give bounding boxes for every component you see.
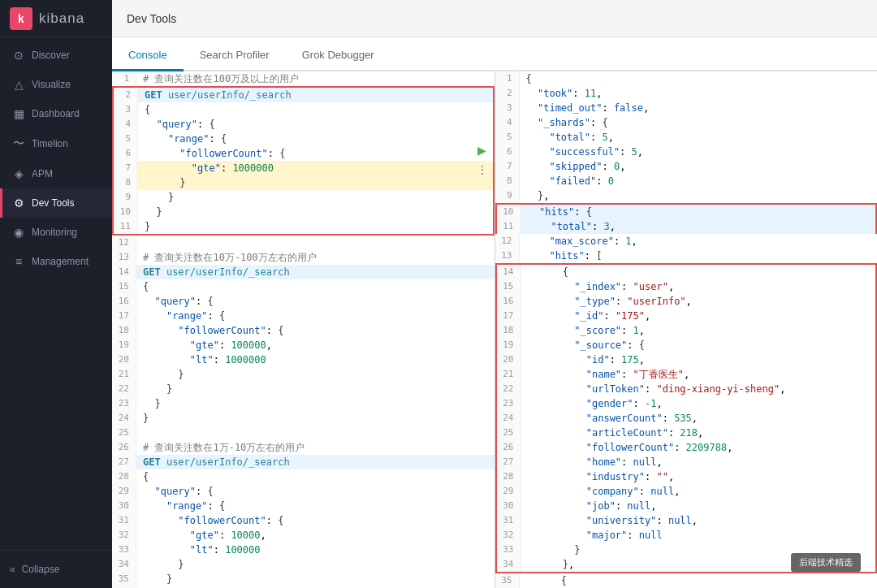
discover-icon: ⊙ <box>12 49 25 62</box>
sidebar-item-label: APM <box>32 168 53 179</box>
apm-icon: ◈ <box>12 167 25 180</box>
sidebar-item-devtools[interactable]: ⚙ Dev Tools <box>0 188 112 218</box>
sidebar-item-visualize[interactable]: △ Visualize <box>0 70 112 99</box>
devtools-icon: ⚙ <box>12 197 25 210</box>
code-line: 28 { <box>112 469 495 484</box>
code-line: 25 <box>112 426 495 440</box>
result-line: 26 "followerCount": 2209788, <box>495 440 878 455</box>
monitoring-icon: ◉ <box>12 226 25 239</box>
result-line: 27 "home": null, <box>495 455 878 469</box>
code-line: 17 "range": { <box>112 309 495 323</box>
result-line: 24 "answerCount": 535, <box>495 411 878 426</box>
result-line: 33 } <box>495 543 878 557</box>
dashboard-icon: ▦ <box>12 107 25 120</box>
sidebar-item-label: Discover <box>32 50 70 61</box>
sidebar-item-discover[interactable]: ⊙ Discover <box>0 41 112 70</box>
result-line: 30 "job": null, <box>495 499 878 513</box>
result-line: 1 { <box>495 71 878 86</box>
tab-grok-debugger[interactable]: Grok Debugger <box>286 41 391 71</box>
right-panel: 1 { 2 "took": 11, 3 "timed_out": false, … <box>495 71 878 588</box>
code-line: 30 "range": { <box>112 499 495 513</box>
code-line: 18 "followerCount": { <box>112 323 495 338</box>
code-line: 15 { <box>112 279 495 294</box>
result-line: 12 "max_score": 1, <box>495 234 878 249</box>
result-line: 15 "_index": "user", <box>495 279 878 294</box>
result-line: 2 "took": 11, <box>495 86 878 101</box>
result-line: 17 "_id": "175", <box>495 309 878 323</box>
result-line: 5 "total": 5, <box>495 130 878 145</box>
code-line: 32 "gte": 10000, <box>112 528 495 543</box>
code-line: 12 <box>112 236 495 250</box>
result-line: 9 }, <box>495 188 878 203</box>
code-line: 20 "lt": 1000000 <box>112 352 495 367</box>
code-line: 23 } <box>112 396 495 411</box>
result-line: 25 "articleCount": 218, <box>495 426 878 440</box>
sidebar-bottom: « Collapse <box>0 550 112 588</box>
result-line: 22 "urlToken": "ding-xiang-yi-sheng", <box>495 382 878 396</box>
sidebar-item-dashboard[interactable]: ▦ Dashboard <box>0 99 112 128</box>
collapse-label: Collapse <box>22 564 60 575</box>
code-line: 3 { <box>112 102 495 117</box>
left-panel[interactable]: ▶ ⋮ 1 # 查询关注数在100万及以上的用户 2 GET user/user… <box>112 71 495 588</box>
sidebar-item-management[interactable]: ≡ Management <box>0 247 112 276</box>
code-line: 5 "range": { <box>112 132 495 146</box>
sidebar-item-label: Dev Tools <box>32 197 74 209</box>
result-line: 19 "_source": { <box>495 338 878 352</box>
code-line: 1 # 查询关注数在100万及以上的用户 <box>112 71 495 86</box>
code-line: 29 "query": { <box>112 484 495 499</box>
result-line: 8 "failed": 0 <box>495 174 878 188</box>
sidebar-item-label: Management <box>32 256 89 267</box>
page-title: Dev Tools <box>125 12 176 25</box>
result-line: 18 "_score": 1, <box>495 323 878 338</box>
tab-bar: Console Search Profiler Grok Debugger <box>112 37 877 71</box>
code-line: 2 GET user/userInfo/_search <box>112 86 495 102</box>
editor-area: ▶ ⋮ 1 # 查询关注数在100万及以上的用户 2 GET user/user… <box>112 71 877 588</box>
visualize-icon: △ <box>12 78 25 91</box>
result-line: 21 "name": "丁香医生", <box>495 367 878 382</box>
code-line: 33 "lt": 100000 <box>112 543 495 557</box>
result-line: 31 "university": null, <box>495 513 878 528</box>
code-line: 22 } <box>112 382 495 396</box>
sidebar-item-label: Monitoring <box>32 227 77 238</box>
main-content: Dev Tools Console Search Profiler Grok D… <box>112 0 877 588</box>
collapse-button[interactable]: « Collapse <box>10 559 102 580</box>
result-line: 6 "successful": 5, <box>495 145 878 159</box>
code-line: 34 } <box>112 557 495 572</box>
tab-console[interactable]: Console <box>112 41 184 71</box>
run-button[interactable]: ▶ <box>473 141 491 159</box>
sidebar: k kibana ⊙ Discover △ Visualize ▦ Dashbo… <box>0 0 112 588</box>
sidebar-item-timelion[interactable]: 〜 Timelion <box>0 128 112 159</box>
run-button-area: ▶ ⋮ <box>473 141 491 179</box>
result-line: 11 "total": 3, <box>495 219 878 234</box>
nav-items: ⊙ Discover △ Visualize ▦ Dashboard 〜 Tim… <box>0 37 112 550</box>
sidebar-item-label: Visualize <box>32 79 71 90</box>
sidebar-item-apm[interactable]: ◈ APM <box>0 159 112 188</box>
timelion-icon: 〜 <box>12 136 25 151</box>
result-line: 20 "id": 175, <box>495 352 878 367</box>
code-line: 14 GET user/userInfo/_search <box>112 265 495 279</box>
code-line: 9 } <box>112 190 495 205</box>
code-line: 24 } <box>112 411 495 426</box>
tools-button[interactable]: ⋮ <box>473 161 491 179</box>
result-line: 14 { <box>495 263 878 279</box>
result-line: 3 "timed_out": false, <box>495 101 878 115</box>
code-line: 16 "query": { <box>112 294 495 309</box>
result-line: 32 "major": null <box>495 528 878 543</box>
code-line: 19 "gte": 100000, <box>112 338 495 352</box>
code-line: 31 "followerCount": { <box>112 513 495 528</box>
sidebar-item-label: Timelion <box>32 138 68 149</box>
sidebar-item-monitoring[interactable]: ◉ Monitoring <box>0 218 112 247</box>
logo-text: kibana <box>39 11 84 27</box>
result-line: 29 "company": null, <box>495 484 878 499</box>
result-line: 16 "_type": "userInfo", <box>495 294 878 309</box>
management-icon: ≡ <box>12 255 25 268</box>
result-line: 10 "hits": { <box>495 203 878 219</box>
result-line: 13 "hits": [ <box>495 249 878 263</box>
result-line: 7 "skipped": 0, <box>495 159 878 174</box>
collapse-icon: « <box>10 564 15 575</box>
code-line: 21 } <box>112 367 495 382</box>
code-line: 4 "query": { <box>112 117 495 132</box>
tab-search-profiler[interactable]: Search Profiler <box>184 41 286 71</box>
sidebar-item-label: Dashboard <box>32 108 80 119</box>
topbar: Dev Tools <box>112 0 877 37</box>
